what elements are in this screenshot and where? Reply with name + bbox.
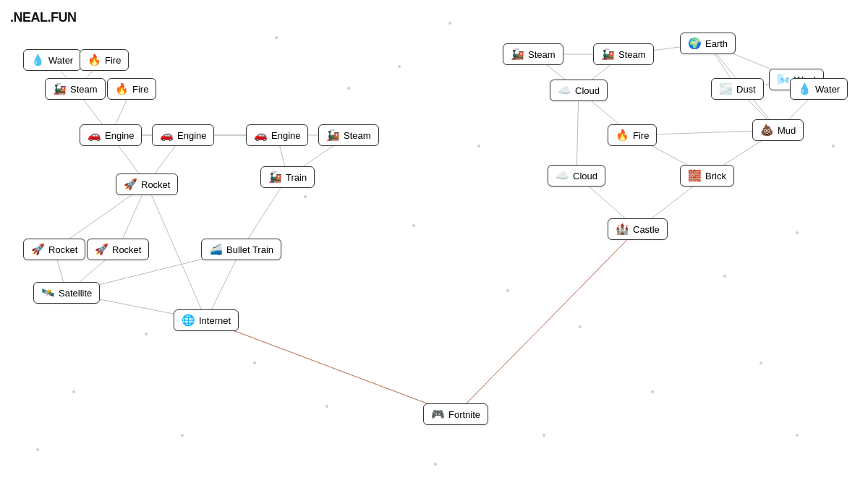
node-steam4[interactable]: 🚂Steam bbox=[593, 43, 654, 65]
node-label-rocket3: Rocket bbox=[112, 244, 141, 255]
node-bullettrain[interactable]: 🚄Bullet Train bbox=[201, 239, 281, 260]
node-icon-steam1: 🚂 bbox=[53, 82, 67, 95]
node-label-castle1: Castle bbox=[633, 224, 660, 235]
node-steam2[interactable]: 🚂Steam bbox=[318, 124, 379, 146]
node-icon-satellite: 🛰️ bbox=[41, 286, 55, 299]
node-cloud2[interactable]: ☁️Cloud bbox=[548, 165, 605, 187]
node-label-brick1: Brick bbox=[705, 171, 726, 181]
node-label-satellite: Satellite bbox=[59, 288, 92, 299]
node-engine1[interactable]: 🚗Engine bbox=[80, 124, 142, 146]
node-rocket1[interactable]: 🚀Rocket bbox=[116, 174, 178, 195]
node-label-mud1: Mud bbox=[778, 125, 796, 136]
connection-line bbox=[147, 184, 206, 320]
node-label-engine3: Engine bbox=[271, 130, 300, 141]
node-icon-fire2: 🔥 bbox=[115, 82, 129, 95]
node-label-fire2: Fire bbox=[132, 84, 148, 95]
node-icon-wind1: 🌬️ bbox=[777, 73, 791, 86]
node-water1[interactable]: 💧Water bbox=[23, 49, 81, 71]
node-label-engine2: Engine bbox=[177, 130, 206, 141]
node-mud1[interactable]: 💩Mud bbox=[752, 119, 804, 141]
connection-line bbox=[206, 320, 456, 414]
node-icon-steam4: 🚂 bbox=[601, 48, 615, 61]
node-label-fire3: Fire bbox=[633, 130, 649, 141]
node-icon-fortnite: 🎮 bbox=[431, 408, 445, 421]
connection-line bbox=[576, 90, 579, 176]
node-label-steam2: Steam bbox=[344, 130, 371, 141]
node-icon-bullettrain: 🚄 bbox=[209, 243, 223, 256]
svg-line-1 bbox=[456, 229, 638, 414]
node-label-dust1: Dust bbox=[736, 84, 756, 95]
node-icon-dust1: 🌫️ bbox=[719, 82, 733, 95]
node-label-internet: Internet bbox=[199, 315, 231, 326]
node-label-water1: Water bbox=[48, 55, 73, 66]
node-rocket2[interactable]: 🚀Rocket bbox=[23, 239, 85, 260]
node-icon-internet: 🌐 bbox=[182, 314, 195, 327]
node-internet[interactable]: 🌐Internet bbox=[174, 309, 239, 331]
svg-line-0 bbox=[206, 320, 456, 414]
node-label-rocket1: Rocket bbox=[141, 179, 170, 190]
node-icon-brick1: 🧱 bbox=[688, 169, 702, 182]
node-icon-water1: 💧 bbox=[31, 53, 45, 67]
node-icon-mud1: 💩 bbox=[760, 124, 774, 137]
node-label-rocket2: Rocket bbox=[48, 244, 77, 255]
node-engine3[interactable]: 🚗Engine bbox=[246, 124, 308, 146]
connection-line bbox=[456, 229, 638, 414]
node-icon-rocket1: 🚀 bbox=[124, 178, 137, 191]
node-icon-engine2: 🚗 bbox=[160, 129, 174, 142]
node-fire3[interactable]: 🔥Fire bbox=[608, 124, 657, 146]
node-fire1[interactable]: 🔥Fire bbox=[80, 49, 129, 71]
node-icon-castle1: 🏰 bbox=[616, 223, 629, 236]
node-icon-steam2: 🚂 bbox=[326, 129, 340, 142]
node-icon-rocket3: 🚀 bbox=[95, 243, 109, 256]
node-satellite[interactable]: 🛰️Satellite bbox=[33, 282, 100, 304]
node-train1[interactable]: 🚂Train bbox=[260, 166, 315, 188]
node-icon-earth1: 🌍 bbox=[688, 37, 702, 50]
node-cloud1[interactable]: ☁️Cloud bbox=[550, 80, 608, 101]
node-steam3[interactable]: 🚂Steam bbox=[503, 43, 563, 65]
node-fire2[interactable]: 🔥Fire bbox=[107, 78, 156, 100]
node-icon-train1: 🚂 bbox=[268, 171, 282, 184]
node-earth1[interactable]: 🌍Earth bbox=[680, 33, 736, 54]
node-rocket3[interactable]: 🚀Rocket bbox=[87, 239, 149, 260]
node-icon-cloud1: ☁️ bbox=[558, 84, 571, 97]
node-icon-engine1: 🚗 bbox=[88, 129, 101, 142]
node-label-cloud2: Cloud bbox=[573, 171, 597, 181]
node-icon-fire3: 🔥 bbox=[616, 129, 629, 142]
node-brick1[interactable]: 🧱Brick bbox=[680, 165, 734, 187]
node-label-bullettrain: Bullet Train bbox=[226, 244, 273, 255]
node-label-train1: Train bbox=[286, 172, 307, 183]
node-engine2[interactable]: 🚗Engine bbox=[152, 124, 214, 146]
node-label-earth1: Earth bbox=[705, 38, 728, 49]
node-icon-steam3: 🚂 bbox=[511, 48, 524, 61]
node-icon-water2: 💧 bbox=[798, 82, 812, 95]
node-fortnite[interactable]: 🎮Fortnite bbox=[423, 403, 488, 425]
node-label-engine1: Engine bbox=[105, 130, 134, 141]
node-label-steam1: Steam bbox=[70, 84, 98, 95]
node-icon-rocket2: 🚀 bbox=[31, 243, 45, 256]
node-dust1[interactable]: 🌫️Dust bbox=[711, 78, 764, 100]
node-label-steam3: Steam bbox=[528, 49, 556, 60]
node-icon-engine3: 🚗 bbox=[254, 129, 268, 142]
node-steam1[interactable]: 🚂Steam bbox=[45, 78, 106, 100]
node-label-water2: Water bbox=[815, 84, 840, 95]
node-label-steam4: Steam bbox=[618, 49, 646, 60]
node-water2[interactable]: 💧Water bbox=[790, 78, 848, 100]
node-label-cloud1: Cloud bbox=[575, 85, 600, 96]
node-castle1[interactable]: 🏰Castle bbox=[608, 218, 668, 240]
node-label-fortnite: Fortnite bbox=[448, 409, 480, 420]
node-icon-fire1: 🔥 bbox=[88, 53, 101, 67]
node-label-fire1: Fire bbox=[105, 55, 121, 66]
site-logo: .NEAL.FUN bbox=[10, 10, 77, 25]
node-icon-cloud2: ☁️ bbox=[556, 169, 569, 182]
